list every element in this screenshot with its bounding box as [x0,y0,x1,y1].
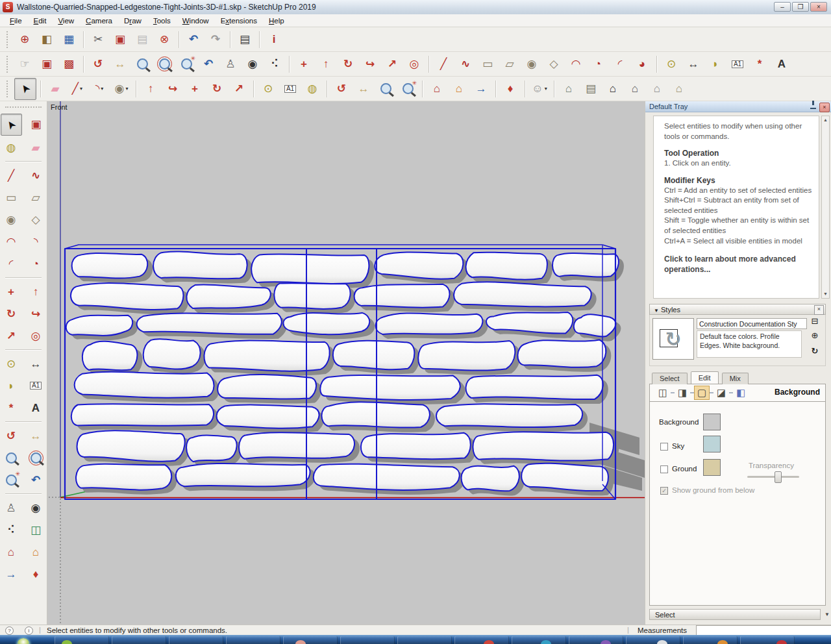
follow-me-tool[interactable]: ↪ [360,54,380,75]
orbit-tool[interactable]: ↺ [88,54,108,75]
styles-panel-header[interactable]: ▼ Styles × [649,304,826,315]
modeling-viewport[interactable]: Front [47,101,645,625]
send-to-layout-tool[interactable]: → [1,564,21,584]
display-secondary-pane-button[interactable]: ⊟ [808,316,821,329]
update-style-button[interactable]: ↻ [808,346,821,359]
three-point-arc-tool[interactable]: ◜ [610,54,630,75]
model-info-tool[interactable]: i [264,29,284,50]
arc-tool[interactable]: ◠ [565,54,586,75]
background-color-swatch[interactable] [703,414,721,430]
claim-status-icon[interactable]: i [25,626,33,635]
watermark-settings-icon[interactable]: ◪ [713,386,729,400]
styles-close-button[interactable]: × [814,305,824,315]
tab-mix[interactable]: Mix [722,373,749,384]
3d-warehouse-tool[interactable]: ⌂ [427,79,447,99]
scroll-up-icon[interactable]: ▲ [822,116,829,124]
arc-tool[interactable]: ◠ [1,231,21,252]
ground-checkbox[interactable] [660,465,668,473]
tray-pin-button[interactable] [808,103,817,111]
view-iso-tool[interactable]: ⌂ [558,79,579,99]
taskbar-app-icon[interactable] [657,640,667,644]
view-front-tool[interactable]: ⌂ [602,79,623,99]
taskbar-app-icon[interactable] [484,640,494,644]
tab-edit[interactable]: Edit [691,371,719,384]
component-attributes-tool[interactable]: ▩ [58,54,79,75]
select-panel-header[interactable]: Select [649,609,821,620]
taskbar-app-icon[interactable] [601,640,611,644]
menu-view[interactable]: View [52,16,80,26]
follow-me-tool[interactable]: ↪ [25,303,46,324]
zoom-extents-tool[interactable]: ✳ [397,79,418,99]
minimize-button[interactable]: – [774,2,791,12]
cut-tool[interactable]: ✂ [88,29,108,50]
polygon-tool[interactable]: ◇ [543,54,564,75]
save-tool[interactable]: ▦ [58,29,79,50]
dimension-tool[interactable]: ↔ [25,353,46,374]
zoom-tool[interactable] [1,447,21,468]
move-tool[interactable]: + [184,79,205,99]
polygon-tool[interactable]: ◇ [25,209,46,230]
axes-tool[interactable]: * [1,397,21,418]
user-account-tool[interactable]: ☺▾ [529,79,550,99]
previous-view-tool[interactable]: ↶ [25,469,46,490]
taskbar-app-icon[interactable] [295,640,306,644]
menu-tools[interactable]: Tools [147,16,177,26]
pan-tool[interactable]: ↔ [25,425,46,446]
background-settings-icon[interactable]: ▢ [694,386,710,400]
line-tool[interactable]: ╱ [433,54,454,75]
pie-tool[interactable]: ◔ [588,54,608,75]
tray-close-button[interactable]: × [819,103,830,112]
menu-edit[interactable]: Edit [28,16,53,26]
axes-tool[interactable]: * [749,54,770,75]
scale-tool[interactable]: ↗ [382,54,403,75]
collapse-triangle-icon[interactable]: ▼ [654,308,659,314]
previous-view-tool[interactable]: ↶ [198,54,219,75]
tray-header[interactable]: Default Tray × [645,101,831,112]
taskbar-app-icon[interactable] [62,640,72,644]
sky-color-swatch[interactable] [703,436,721,452]
scale-tool[interactable]: ↗ [229,79,249,99]
hand-pointer-tool[interactable]: ☞ [14,54,35,75]
orbit-tool[interactable]: ↺ [1,425,21,446]
protractor-tool[interactable]: ◗ [1,375,21,396]
rotated-rectangle-tool[interactable]: ▱ [499,54,520,75]
text-tool[interactable]: A1 [280,79,301,99]
sky-checkbox[interactable] [660,443,668,451]
pie-tool[interactable]: ◔ [25,253,46,274]
zoom-window-tool[interactable] [154,54,175,75]
maximize-button[interactable]: ❐ [792,2,809,12]
face-settings-icon[interactable]: ◨ [675,386,690,400]
extension-manager-tool[interactable]: ♦ [25,564,46,584]
taskbar-button[interactable] [169,636,223,644]
taskbar-button[interactable] [397,636,452,644]
rotate-tool[interactable]: ↻ [338,54,358,75]
section-plane-tool[interactable]: ◫ [25,519,46,540]
taskbar-button[interactable] [112,636,166,644]
3d-warehouse-tool[interactable]: ⌂ [1,541,21,562]
windows-taskbar[interactable] [0,635,831,644]
circle-tool[interactable]: ◉ [521,54,542,75]
rotate-tool[interactable]: ↻ [206,79,227,99]
circle-tool[interactable]: ◉ [1,209,21,230]
user-account-dropdown-caret[interactable]: ▾ [545,86,547,92]
view-back-tool[interactable]: ⌂ [625,79,645,99]
create-new-style-button[interactable]: ⊕ [808,330,821,343]
taskbar-button[interactable] [512,636,566,644]
rotated-rectangle-tool[interactable]: ▱ [25,187,46,208]
paint-bucket-tool[interactable]: ◍ [1,137,21,158]
push-pull-tool[interactable]: ↑ [25,281,46,302]
geolocation-icon[interactable]: ? [5,626,14,635]
freehand-tool[interactable]: ∿ [455,54,476,75]
offset-tool[interactable]: ◎ [25,325,46,346]
transparency-slider-thumb[interactable] [775,471,782,483]
send-to-layout-tool[interactable]: → [471,79,491,99]
shapes-tool[interactable]: ◉▾ [111,79,132,99]
shapes-dropdown-caret[interactable]: ▾ [125,86,128,92]
view-right-tool[interactable]: ⌂ [669,79,689,99]
walk-tool[interactable]: ⠪ [264,54,285,75]
style-description[interactable]: Default face colors. Profile Edges. Whit… [697,330,802,358]
tape-measure-tool[interactable]: ⊙ [661,54,682,75]
rectangle-tool[interactable]: ▭ [477,54,498,75]
copy-tool[interactable]: ▣ [110,29,130,50]
tray-scroll-down-icon[interactable]: ▼ [825,612,830,617]
